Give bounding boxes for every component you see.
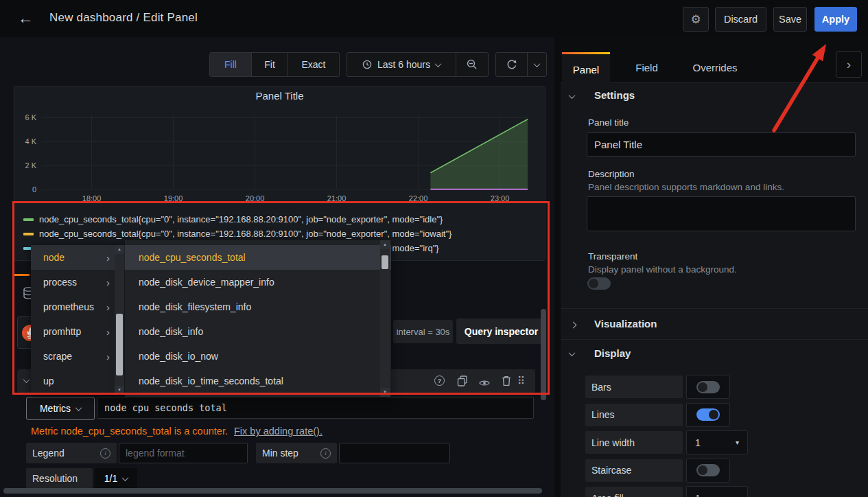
- metrics-dropdown-button[interactable]: Metrics: [26, 397, 95, 420]
- scroll-down-icon[interactable]: ▼: [115, 386, 124, 395]
- panel-title-input[interactable]: [587, 132, 856, 157]
- time-series-chart[interactable]: 6 K4 K2 K018:0019:0020:0021:0022:0023:00: [14, 104, 545, 212]
- display-toggle-box: [686, 459, 730, 483]
- resolution-value: 1/1: [104, 473, 117, 484]
- metric-group-item[interactable]: promhttp›: [31, 319, 125, 344]
- scrollbar-thumb[interactable]: [116, 314, 123, 375]
- collapse-options-pane-button[interactable]: ›: [836, 51, 862, 78]
- tab-field[interactable]: Field: [628, 52, 666, 82]
- scroll-down-icon[interactable]: ▼: [380, 388, 390, 397]
- size-mode-fit[interactable]: Fit: [252, 53, 288, 76]
- scroll-up-icon[interactable]: ▲: [380, 240, 390, 249]
- panel-preview: Panel Title 6 K4 K2 K018:0019:0020:0021:…: [14, 86, 546, 261]
- duplicate-query-icon[interactable]: [457, 375, 468, 386]
- refresh-interval-dropdown[interactable]: [528, 53, 546, 76]
- legend-series-label[interactable]: node_cpu_seconds_total{cpu="0", instance…: [39, 229, 451, 239]
- gear-icon: ⚙: [690, 12, 701, 27]
- discard-button[interactable]: Discard: [715, 7, 766, 32]
- query-pane-vertical-scrollbar[interactable]: [541, 309, 546, 400]
- horizontal-scrollbar[interactable]: [3, 488, 542, 494]
- angle-right-icon: ›: [106, 326, 110, 338]
- info-icon[interactable]: i: [100, 448, 110, 459]
- metric-group-item[interactable]: prometheus›: [31, 294, 125, 319]
- back-arrow-icon[interactable]: ←: [15, 9, 36, 28]
- query-inspector-button[interactable]: Query inspector: [456, 319, 546, 344]
- dashboard-settings-button[interactable]: ⚙: [683, 7, 709, 32]
- time-range-picker[interactable]: Last 6 hours: [347, 53, 456, 76]
- legend-item: node_cpu_seconds_total{cpu="0", instance…: [14, 212, 545, 227]
- delete-query-trash-icon[interactable]: [501, 375, 512, 386]
- x-axis-tick-label: 19:00: [164, 194, 183, 203]
- metric-group-label: node: [43, 252, 64, 263]
- drag-handle-grip-icon[interactable]: ⠿: [517, 375, 528, 386]
- staircase-toggle[interactable]: [696, 464, 720, 476]
- resolution-select[interactable]: 1/1: [95, 468, 137, 489]
- metric-list-item[interactable]: node_disk_io_time_seconds_total: [125, 369, 391, 393]
- section-divider: [561, 308, 868, 309]
- info-icon[interactable]: i: [320, 448, 331, 459]
- visualization-expand-chevron-icon[interactable]: [570, 322, 577, 329]
- x-axis-tick-label: 20:00: [246, 194, 265, 203]
- panel-options-pane: Panel Field Overrides › Settings Panel t…: [561, 37, 868, 497]
- apply-button[interactable]: Apply: [814, 7, 857, 32]
- panel-size-mode-group: Fill Fit Exact: [209, 52, 340, 77]
- display-section-header[interactable]: Display: [594, 347, 631, 359]
- min-step-input[interactable]: [339, 443, 450, 463]
- metric-group-label: scrape: [43, 351, 72, 362]
- fix-by-adding-rate-link[interactable]: Fix by adding rate().: [234, 426, 322, 437]
- section-divider: [561, 339, 868, 340]
- query-warning: Metric node_cpu_seconds_total is a count…: [31, 426, 322, 437]
- visualization-section-header[interactable]: Visualization: [594, 318, 657, 330]
- options-tab-strip: Panel Field Overrides ›: [561, 37, 868, 83]
- refresh-group: [495, 52, 547, 77]
- legend-series-label[interactable]: node_cpu_seconds_total{cpu="0", instance…: [39, 214, 443, 224]
- metric-group-menu: node›process›prometheus›promhttp›scrape›…: [31, 245, 125, 395]
- settings-collapse-chevron-icon[interactable]: [569, 92, 576, 99]
- metric-list-item[interactable]: node_disk_io_now: [125, 344, 391, 369]
- metric-group-item[interactable]: node›: [31, 245, 125, 270]
- metric-list-item[interactable]: node_disk_info: [125, 319, 391, 344]
- tab-panel[interactable]: Panel: [562, 52, 610, 84]
- metric-group-scrollbar[interactable]: ▲ ▼: [115, 245, 124, 395]
- save-button[interactable]: Save: [773, 7, 807, 32]
- time-range-label: Last 6 hours: [377, 59, 430, 70]
- scrollbar-thumb[interactable]: [382, 255, 388, 269]
- metric-list-item[interactable]: node_disk_device_mapper_info: [125, 270, 391, 294]
- legend-color-swatch[interactable]: [23, 218, 34, 221]
- caret-down-icon: ▾: [736, 494, 739, 497]
- query-collapse-chevron-icon[interactable]: [23, 376, 30, 383]
- legend-format-input[interactable]: [119, 443, 248, 463]
- metric-group-item[interactable]: scrape›: [31, 344, 125, 369]
- size-mode-fill[interactable]: Fill: [210, 53, 252, 76]
- settings-section-header[interactable]: Settings: [594, 89, 635, 101]
- line-width-select[interactable]: 1▾: [686, 430, 748, 454]
- query-help-icon[interactable]: ?: [434, 375, 445, 386]
- panel-preview-title[interactable]: Panel Title: [14, 90, 545, 102]
- clock-icon: [362, 60, 372, 69]
- lines-toggle[interactable]: [696, 408, 720, 421]
- area-fill-select[interactable]: 1▾: [686, 486, 748, 497]
- metric-list-item[interactable]: node_disk_filesystem_info: [125, 294, 391, 319]
- size-mode-exact[interactable]: Exact: [288, 53, 339, 76]
- display-collapse-chevron-icon[interactable]: [569, 349, 576, 356]
- description-textarea[interactable]: [587, 196, 856, 231]
- bars-toggle[interactable]: [696, 381, 720, 393]
- display-toggle-box: [686, 403, 730, 427]
- scroll-up-icon[interactable]: ▲: [115, 245, 124, 254]
- transparent-label: Transparent: [588, 251, 637, 262]
- query-tab-active-underline: [12, 274, 30, 276]
- legend-color-swatch[interactable]: [23, 233, 34, 235]
- disable-query-eye-icon[interactable]: [479, 378, 490, 389]
- metric-list-scrollbar[interactable]: ▲ ▼: [380, 240, 390, 397]
- min-step-label-text: Min step: [262, 448, 298, 459]
- zoom-out-button[interactable]: [456, 53, 488, 76]
- metric-list-item[interactable]: node_cpu_seconds_total: [125, 245, 391, 270]
- metric-group-item[interactable]: process›: [31, 270, 125, 294]
- refresh-button[interactable]: [496, 53, 528, 76]
- tab-overrides[interactable]: Overrides: [688, 52, 742, 82]
- angle-right-icon: ›: [106, 351, 110, 362]
- promql-query-input[interactable]: [97, 397, 534, 419]
- description-label: Description: [588, 169, 635, 179]
- transparent-toggle[interactable]: [587, 277, 611, 290]
- metric-group-item[interactable]: up: [31, 369, 125, 393]
